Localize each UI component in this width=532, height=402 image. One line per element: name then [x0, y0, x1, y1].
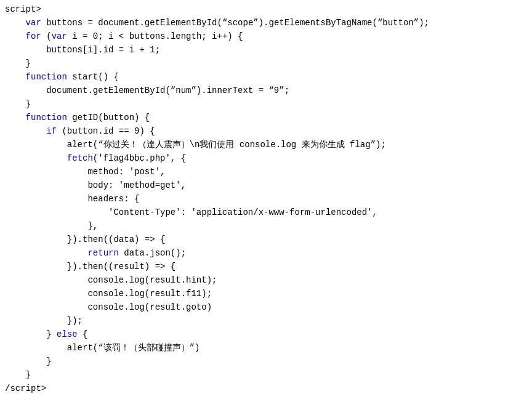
code-line-16: 'Content-Type': 'application/x-www-form-… — [0, 206, 532, 219]
code-line-14: body: 'method=get', — [0, 179, 532, 192]
code-line-5: } — [0, 57, 532, 70]
code-line-8: } — [0, 97, 532, 111]
code-line-25: } else { — [0, 328, 532, 341]
code-line-17: }, — [0, 219, 532, 233]
code-line-19: return data.json(); — [0, 246, 532, 260]
code-line-28: } — [0, 368, 532, 382]
code-line-10: if (button.id == 9) { — [0, 124, 532, 138]
code-line-13: method: 'post', — [0, 165, 532, 179]
code-line-21: console.log(result.hint); — [0, 273, 532, 287]
code-line-1: script> — [0, 2, 532, 16]
code-line-11: alert(“你过关！（達人震声）\n我们使用 console.log 来为你生… — [0, 138, 532, 151]
code-line-26: alert(“该罚！（头部碰撞声）”) — [0, 341, 532, 355]
code-line-24: }); — [0, 314, 532, 328]
code-line-22: console.log(result.f11); — [0, 287, 532, 300]
code-line-9: function getID(button) { — [0, 111, 532, 124]
code-line-20: }).then((result) => { — [0, 260, 532, 273]
code-line-27: } — [0, 355, 532, 368]
code-line-18: }).then((data) => { — [0, 233, 532, 246]
code-line-15: headers: { — [0, 192, 532, 206]
code-line-6: function start() { — [0, 70, 532, 84]
code-line-7: document.getElementById(“num”).innerText… — [0, 84, 532, 97]
code-line-2: var buttons = document.getElementById(“s… — [0, 16, 532, 30]
code-line-23: console.log(result.goto) — [0, 300, 532, 314]
code-line-29: /script> — [0, 382, 532, 395]
code-viewer: script> var buttons = document.getElemen… — [0, 0, 532, 402]
code-line-12: fetch('flag4bbc.php', { — [0, 151, 532, 165]
code-line-4: buttons[i].id = i + 1; — [0, 43, 532, 57]
code-line-3: for (var i = 0; i < buttons.length; i++)… — [0, 30, 532, 43]
